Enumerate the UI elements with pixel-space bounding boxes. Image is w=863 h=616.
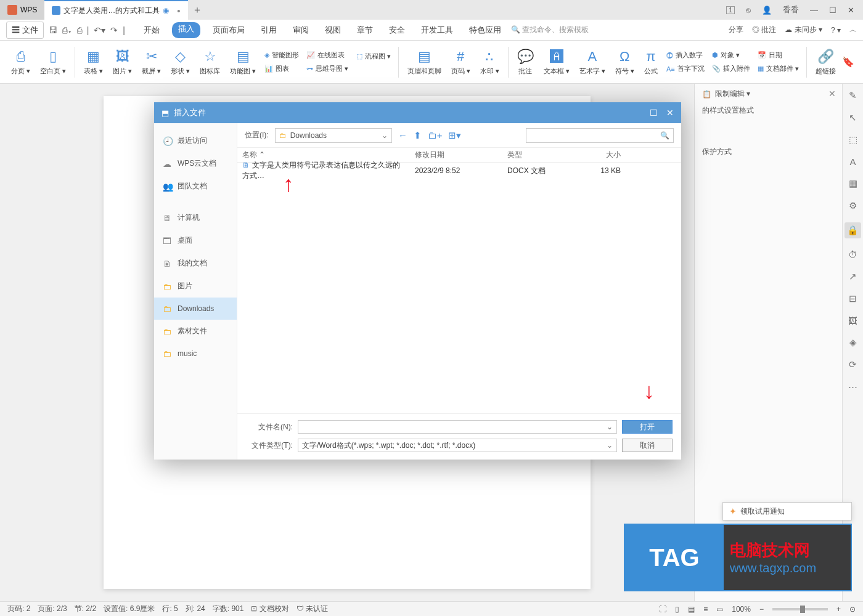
smart-art-button[interactable]: ◈智能图形 [262,49,301,61]
symbol-button[interactable]: Ω符号 ▾ [611,49,638,76]
new-tab-button[interactable]: ＋ [188,0,207,20]
col-size-header[interactable]: 大小 [576,150,626,160]
sidebar-team[interactable]: 👥团队文档 [154,175,237,198]
tab-chapter[interactable]: 章节 [353,22,377,38]
status-row[interactable]: 行: 5 [162,604,178,614]
object-button[interactable]: ⬢对象 ▾ [710,49,753,61]
close-tab-icon[interactable]: • [177,6,180,16]
hyperlink-button[interactable]: 🔗超链接 [812,49,840,76]
app-menu-icon[interactable]: ⎋ [746,6,751,15]
sidebar-pictures[interactable]: 🗀图片 [154,275,237,298]
view-page-icon[interactable]: ▯ [675,605,679,614]
dialog-titlebar[interactable]: ⬒ 插入文件 ☐ ✕ [154,102,681,123]
comments-toggle[interactable]: ◎ 批注 [752,25,776,35]
mindmap-button[interactable]: ⊶思维导图 ▾ [304,63,351,75]
icon-lib-button[interactable]: ☆图标库 [196,49,224,76]
cancel-button[interactable]: 取消 [622,439,673,452]
screenshot-button[interactable]: ✂截屏 ▾ [138,49,165,76]
status-word-count[interactable]: 字数: 901 [213,604,244,614]
tab-layout[interactable]: 页面布局 [209,22,248,38]
sidebar-materials[interactable]: 🗀素材文件 [154,320,237,342]
chart-button[interactable]: 📊图表 [262,63,301,75]
image-tool-icon[interactable]: 🖼 [848,315,857,326]
fit-icon[interactable]: ⊙ [849,605,856,614]
document-tab[interactable]: 文字是人类用…的方式和工具◉• [44,0,187,20]
bookmark-icon[interactable]: 🔖 [842,56,854,68]
cube-icon[interactable]: ◈ [849,337,857,348]
tab-review[interactable]: 审阅 [289,22,313,38]
back-icon[interactable]: ← [398,130,407,140]
tab-insert[interactable]: 插入 [172,22,200,38]
status-col[interactable]: 列: 24 [186,604,205,614]
save-icon[interactable]: 🖫 [49,25,57,35]
status-proof[interactable]: ⊡ 文档校对 [251,604,288,614]
maximize-icon[interactable]: ☐ [829,6,836,15]
pencil-icon[interactable]: ✎ [849,90,857,101]
sidebar-downloads[interactable]: 🗀Downloads [154,298,237,320]
status-position[interactable]: 设置值: 6.9厘米 [104,604,155,614]
page-number-button[interactable]: #页码 ▾ [448,49,474,76]
col-type-header[interactable]: 类型 [502,150,576,160]
print-preview-icon[interactable]: ⎙▾ [62,25,72,35]
lock-icon[interactable]: 🔒 [845,222,861,238]
sidebar-computer[interactable]: 🖥计算机 [154,206,237,229]
undo-icon[interactable]: ↶▾ [94,25,105,35]
textbox-button[interactable]: 🅰文本框 ▾ [540,49,573,76]
insert-number-button[interactable]: ⓵插入数字 [664,49,707,61]
page-break-button[interactable]: ⎙分页 ▾ [7,49,34,76]
clock-icon[interactable]: ⟳ [849,359,857,370]
select-icon[interactable]: ⬚ [849,134,857,145]
doc-parts-button[interactable]: ▦文档部件 ▾ [755,63,801,75]
help-icon[interactable]: ? ▾ [831,26,841,34]
sync-status[interactable]: ☁ 未同步 ▾ [785,25,822,35]
zoom-in-icon[interactable]: + [836,605,841,614]
tab-start[interactable]: 开始 [140,22,163,38]
up-icon[interactable]: ⬆ [414,130,422,141]
view-mode-icon[interactable]: ⊞▾ [448,130,461,141]
sidebar-desktop[interactable]: 🗔桌面 [154,229,237,252]
view-outline-icon[interactable]: ≡ [703,605,708,614]
more-icon[interactable]: ⋯ [848,381,857,392]
drop-cap-button[interactable]: A≡首字下沉 [664,63,707,75]
close-window-icon[interactable]: ✕ [848,6,854,15]
file-row[interactable]: 🗎文字是人类用符号记录表达信息以传之久远的方式… 2023/2/9 8:52 D… [237,163,681,179]
user-name[interactable]: 香香 [783,4,799,15]
filename-input[interactable]: ⌄ [298,420,617,434]
new-folder-icon[interactable]: 🗀+ [428,130,443,140]
badge-icon[interactable]: 1 [726,6,735,14]
wordart-button[interactable]: A艺术字 ▾ [576,49,609,76]
wps-home-tab[interactable]: WPS [0,0,44,20]
tab-references[interactable]: 引用 [257,22,280,38]
settings-icon[interactable]: ⚙ [849,200,857,211]
filetype-combo[interactable]: 文字/Word格式(*.wps; *.wpt; *.doc; *.dot; *.… [298,439,617,452]
collapse-ribbon-icon[interactable]: ︿ [849,25,857,35]
sidebar-music[interactable]: 🗀music [154,342,237,365]
panel-title[interactable]: 📋 限制编辑 ▾ [702,89,835,99]
view-icon[interactable]: ⊟ [849,293,857,304]
picture-button[interactable]: 🖼图片 ▾ [109,49,136,76]
sidebar-mydocs[interactable]: 🗎我的文档 [154,252,237,275]
tab-view[interactable]: 视图 [321,22,345,38]
col-name-header[interactable]: 名称 ⌃ [237,150,410,160]
zoom-level[interactable]: 100% [732,605,751,614]
share-button[interactable]: 分享 [729,25,743,35]
view-web-icon[interactable]: ▤ [688,605,695,614]
redo-icon[interactable]: ↷ [110,25,118,35]
dialog-maximize-icon[interactable]: ☐ [650,108,658,118]
col-date-header[interactable]: 修改日期 [410,150,502,160]
header-footer-button[interactable]: ▤页眉和页脚 [404,49,445,76]
date-button[interactable]: 📅日期 [755,49,801,61]
read-mode-icon[interactable]: ▭ [716,605,723,614]
shapes-button[interactable]: ◇形状 ▾ [167,49,194,76]
location-combo[interactable]: 🗀 Downloads ⌄ [275,128,392,143]
panel-close-icon[interactable]: ✕ [828,89,836,99]
tab-security[interactable]: 安全 [385,22,409,38]
open-button[interactable]: 打开 [622,420,673,434]
comments-button[interactable]: 💬批注 [513,49,538,76]
trial-notification[interactable]: ✦ 领取试用通知 [722,502,852,521]
history-icon[interactable]: ⏱ [848,249,857,260]
online-chart-button[interactable]: 📈在线图表 [304,49,351,61]
status-page-num[interactable]: 页码: 2 [7,604,30,614]
zoom-slider[interactable] [772,608,828,610]
dialog-close-icon[interactable]: ✕ [666,108,674,118]
